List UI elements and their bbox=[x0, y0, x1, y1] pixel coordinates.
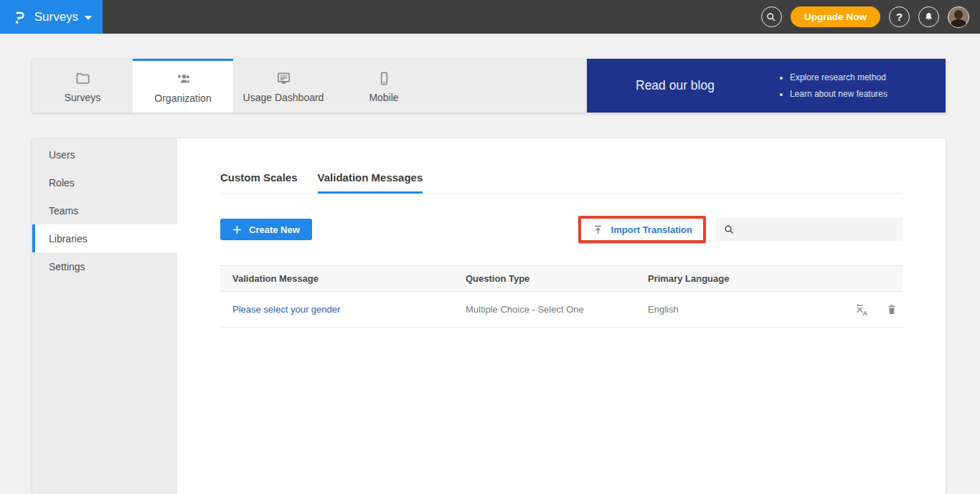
question-type-cell: Multiple Choice - Select One bbox=[466, 304, 648, 315]
svg-text:A: A bbox=[862, 309, 867, 317]
import-translation-button[interactable]: Import Translation bbox=[581, 219, 703, 240]
sidebar-item-libraries[interactable]: Libraries bbox=[32, 224, 177, 252]
folder-icon bbox=[75, 70, 91, 87]
table-header-row: Validation Message Question Type Primary… bbox=[220, 265, 903, 292]
header-validation-message: Validation Message bbox=[220, 273, 466, 284]
top-bar-actions: Upgrade Now ? bbox=[761, 0, 980, 34]
bell-icon bbox=[923, 11, 934, 22]
libraries-panel: Custom Scales Validation Messages Create… bbox=[177, 138, 946, 494]
primary-language-cell: English bbox=[648, 304, 824, 315]
header-question-type: Question Type bbox=[466, 273, 648, 284]
avatar[interactable] bbox=[948, 6, 969, 28]
smartphone-icon bbox=[376, 70, 392, 87]
validation-message-link[interactable]: Please select your gender bbox=[232, 304, 340, 315]
banner-title: Read our blog bbox=[636, 78, 715, 93]
table-row: Please select your gender Multiple Choic… bbox=[220, 292, 903, 328]
sidebar-item-roles[interactable]: Roles bbox=[32, 168, 177, 196]
blog-banner[interactable]: Read our blog Explore research method Le… bbox=[587, 59, 946, 113]
search-button[interactable] bbox=[761, 6, 782, 27]
banner-bullet: Learn about new features bbox=[790, 86, 887, 103]
header-primary-language: Primary Language bbox=[648, 273, 824, 284]
content-card: Users Roles Teams Libraries Settings Cus… bbox=[32, 138, 946, 494]
product-switcher[interactable]: Surveys bbox=[0, 0, 103, 34]
toolbar: Create New Import Translation bbox=[220, 216, 903, 243]
library-tabs: Custom Scales Validation Messages bbox=[220, 171, 903, 194]
chevron-down-icon bbox=[85, 16, 92, 20]
nav-tab-label: Surveys bbox=[65, 92, 101, 103]
validation-messages-table: Validation Message Question Type Primary… bbox=[220, 265, 903, 328]
tab-custom-scales[interactable]: Custom Scales bbox=[220, 171, 298, 194]
search-input[interactable] bbox=[740, 218, 903, 241]
plus-icon bbox=[232, 225, 242, 234]
nav-tab-mobile[interactable]: Mobile bbox=[334, 59, 434, 113]
notifications-button[interactable] bbox=[918, 6, 939, 27]
import-translation-label: Import Translation bbox=[611, 224, 692, 235]
sidebar-item-teams[interactable]: Teams bbox=[32, 196, 177, 224]
search-icon bbox=[765, 11, 777, 23]
import-translation-highlight: Import Translation bbox=[578, 216, 706, 243]
dashboard-icon bbox=[275, 70, 292, 87]
settings-sidebar: Users Roles Teams Libraries Settings bbox=[32, 138, 177, 494]
search-icon bbox=[723, 224, 735, 236]
nav-tab-label: Usage Dashboard bbox=[243, 92, 324, 103]
top-bar: Surveys Upgrade Now ? bbox=[0, 0, 980, 34]
product-switcher-label: Surveys bbox=[34, 10, 78, 24]
banner-bullet: Explore research method bbox=[790, 70, 887, 86]
nav-tab-label: Mobile bbox=[369, 92, 398, 103]
translate-icon: A bbox=[854, 302, 870, 317]
questionpro-logo-icon bbox=[11, 9, 28, 26]
question-mark-icon: ? bbox=[896, 11, 903, 22]
delete-button[interactable] bbox=[885, 302, 898, 317]
nav-tab-label: Organization bbox=[154, 92, 211, 104]
upload-icon bbox=[592, 224, 604, 236]
upgrade-button[interactable]: Upgrade Now bbox=[791, 6, 880, 27]
translate-button[interactable]: A bbox=[854, 302, 870, 317]
create-new-button[interactable]: Create New bbox=[220, 219, 312, 240]
avatar-silhouette bbox=[954, 10, 963, 19]
sidebar-item-users[interactable]: Users bbox=[32, 141, 177, 168]
create-new-label: Create New bbox=[249, 224, 300, 235]
sidebar-item-settings[interactable]: Settings bbox=[32, 252, 177, 280]
nav-tab-surveys[interactable]: Surveys bbox=[32, 59, 133, 113]
person-add-icon bbox=[174, 70, 192, 87]
nav-tab-organization[interactable]: Organization bbox=[133, 59, 233, 113]
primary-nav: Surveys Organization Usage Dashboard Mob… bbox=[32, 59, 946, 113]
trash-icon bbox=[885, 303, 898, 316]
nav-tab-usage-dashboard[interactable]: Usage Dashboard bbox=[233, 59, 334, 113]
help-button[interactable]: ? bbox=[889, 6, 910, 27]
search-box[interactable] bbox=[716, 218, 903, 241]
banner-bullet-list: Explore research method Learn about new … bbox=[780, 70, 887, 103]
tab-validation-messages[interactable]: Validation Messages bbox=[318, 171, 423, 194]
